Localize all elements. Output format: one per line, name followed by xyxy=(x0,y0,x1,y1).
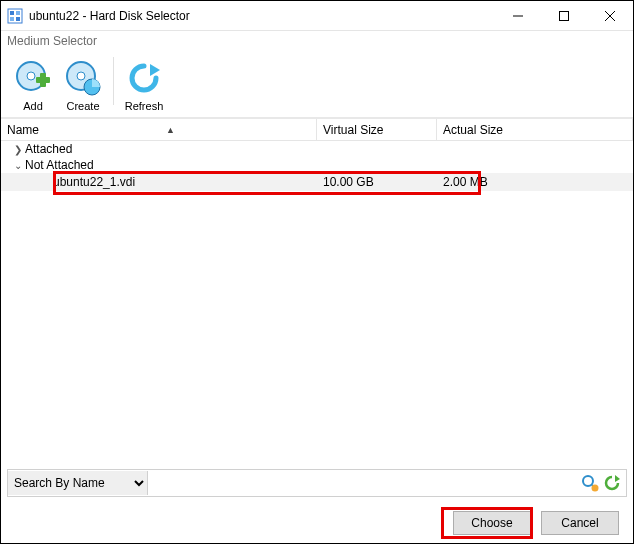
menubar: Medium Selector xyxy=(1,31,633,51)
column-name[interactable]: Name ▲ xyxy=(1,119,317,140)
search-mode-select[interactable]: Search By Name xyxy=(8,471,148,495)
search-bar: Search By Name xyxy=(7,469,627,497)
column-actual-size[interactable]: Actual Size xyxy=(437,119,633,140)
titlebar: ubuntu22 - Hard Disk Selector xyxy=(1,1,633,31)
list-body: ❯ Attached ⌄ Not Attached ubuntu22_1.vdi… xyxy=(1,141,633,463)
search-input[interactable] xyxy=(148,471,578,495)
svg-point-14 xyxy=(77,72,85,80)
refresh-button[interactable]: Refresh xyxy=(120,55,168,115)
bottom-bar: Choose Cancel xyxy=(1,503,633,543)
tree-attached[interactable]: ❯ Attached xyxy=(1,141,633,157)
svg-rect-3 xyxy=(10,17,14,21)
cancel-button[interactable]: Cancel xyxy=(541,511,619,535)
tree-not-attached[interactable]: ⌄ Not Attached xyxy=(1,157,633,173)
create-button[interactable]: Create xyxy=(59,55,107,115)
svg-marker-20 xyxy=(615,475,620,482)
chevron-right-icon[interactable]: ❯ xyxy=(11,144,25,155)
svg-rect-6 xyxy=(560,11,569,20)
disk-item-virtual-size: 10.00 GB xyxy=(317,175,437,189)
disk-item-name: ubuntu22_1.vdi xyxy=(1,175,317,189)
refresh-label: Refresh xyxy=(125,100,164,112)
disk-item-actual-size: 2.00 MB xyxy=(437,175,633,189)
add-label: Add xyxy=(23,100,43,112)
menu-medium-selector[interactable]: Medium Selector xyxy=(7,34,97,48)
svg-rect-1 xyxy=(10,11,14,15)
svg-marker-16 xyxy=(150,64,160,76)
chevron-down-icon[interactable]: ⌄ xyxy=(11,160,25,171)
window-title: ubuntu22 - Hard Disk Selector xyxy=(29,9,190,23)
svg-rect-2 xyxy=(16,11,20,15)
close-button[interactable] xyxy=(587,1,633,31)
create-disk-icon xyxy=(63,58,103,98)
svg-rect-4 xyxy=(16,17,20,21)
maximize-button[interactable] xyxy=(541,1,587,31)
add-disk-icon xyxy=(13,58,53,98)
svg-point-17 xyxy=(583,476,593,486)
app-icon xyxy=(7,8,23,24)
svg-point-19 xyxy=(592,485,599,492)
refresh-search-icon[interactable] xyxy=(602,473,622,493)
create-label: Create xyxy=(66,100,99,112)
search-action-icon[interactable] xyxy=(580,473,600,493)
column-virtual-size[interactable]: Virtual Size xyxy=(317,119,437,140)
sort-ascending-icon: ▲ xyxy=(166,125,175,135)
toolbar: Add Create Refresh xyxy=(1,51,633,119)
svg-point-10 xyxy=(27,72,35,80)
choose-button[interactable]: Choose xyxy=(453,511,531,535)
disk-item-row[interactable]: ubuntu22_1.vdi 10.00 GB 2.00 MB xyxy=(1,173,633,191)
refresh-icon xyxy=(124,58,164,98)
minimize-button[interactable] xyxy=(495,1,541,31)
toolbar-separator xyxy=(113,57,114,105)
add-button[interactable]: Add xyxy=(9,55,57,115)
list-header: Name ▲ Virtual Size Actual Size xyxy=(1,119,633,141)
svg-rect-12 xyxy=(40,73,46,87)
